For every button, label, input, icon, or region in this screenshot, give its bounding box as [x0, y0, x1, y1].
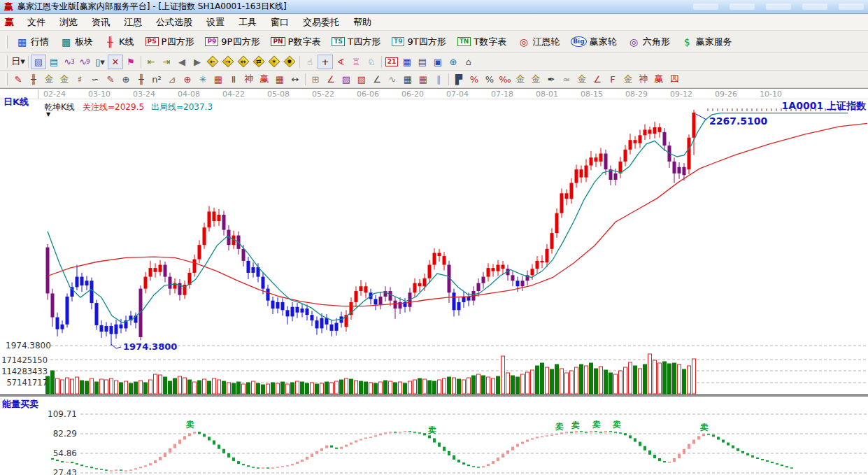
wave-line-icon[interactable]: ∿: [385, 72, 400, 87]
winner-wheel-button[interactable]: Big赢家轮: [565, 33, 622, 51]
qiankun-kline-dropdown[interactable]: 乾坤K线: [44, 102, 75, 112]
permille-icon[interactable]: ‰: [497, 72, 513, 87]
width-arrow-icon[interactable]: ↔: [287, 72, 303, 87]
circle-cross-icon[interactable]: ⊕: [118, 72, 134, 87]
ying-grid-icon[interactable]: 赢: [257, 72, 272, 87]
winner-service-button[interactable]: $赢家服务: [676, 33, 738, 51]
next-bar-button[interactable]: ▶: [190, 55, 205, 69]
t-square-button[interactable]: TST四方形: [326, 33, 386, 51]
menu-工具[interactable]: 工具: [232, 14, 264, 31]
wave-tool-icon[interactable]: ♘: [364, 55, 379, 69]
percent-red-icon[interactable]: %: [467, 72, 482, 87]
shift-left-diamond-button[interactable]: ←: [205, 55, 220, 69]
hand-drag-icon[interactable]: ☝: [302, 55, 318, 69]
chart9-icon[interactable]: ∿9: [77, 55, 92, 69]
si-ray-icon[interactable]: 四: [667, 72, 682, 87]
menu-交易委托[interactable]: 交易委托: [296, 14, 346, 31]
kline-period-label[interactable]: 日K线: [3, 97, 29, 107]
grid-box-icon[interactable]: ▦: [400, 72, 415, 87]
n-squared-icon[interactable]: n²: [149, 72, 164, 87]
gold-grid2-icon[interactable]: 金: [57, 72, 72, 87]
pen-tool-icon[interactable]: ✎: [10, 72, 26, 87]
info-doc-icon[interactable]: ▤: [46, 55, 62, 69]
crosshair-icon[interactable]: +: [318, 55, 333, 69]
chart3-icon[interactable]: ∿3: [62, 55, 77, 69]
spiral-icon[interactable]: ∽: [87, 72, 103, 87]
indicator-name-label[interactable]: 能量买卖: [2, 399, 38, 409]
menu-资讯[interactable]: 资讯: [85, 14, 117, 31]
star-grid-icon[interactable]: ✳: [195, 72, 211, 87]
p-number-table-button[interactable]: PNP数字表: [265, 33, 326, 51]
workstation-icon[interactable]: ⌂: [461, 55, 476, 69]
hexagon-button[interactable]: ◎六角形: [622, 33, 676, 51]
toolbar-grip[interactable]: [6, 73, 8, 85]
chart-canvas[interactable]: 02-2403-1003-2404-0804-2205-0805-2206-06…: [0, 89, 868, 475]
candle-style-button[interactable]: ▯▾: [92, 55, 108, 69]
j-angle-icon[interactable]: ∠: [590, 72, 605, 87]
pattern-x-icon[interactable]: ✕: [108, 55, 123, 69]
swap-diamond-button[interactable]: ⇄: [251, 55, 266, 69]
menu-设置[interactable]: 设置: [199, 14, 232, 31]
kline-button[interactable]: ╫K线: [99, 33, 140, 51]
red-grid-icon[interactable]: ▦: [211, 72, 226, 87]
shen-ray-icon[interactable]: 神: [636, 72, 651, 87]
angle-mirror-icon[interactable]: ⊿: [164, 72, 180, 87]
toolbar-grip[interactable]: [6, 55, 8, 68]
gold-level-icon[interactable]: 金: [528, 72, 543, 87]
gold-grid-icon[interactable]: 金: [41, 72, 57, 87]
frame-tool-icon[interactable]: ⊞: [308, 72, 323, 87]
approx-icon[interactable]: ≈: [559, 72, 574, 87]
market-quotes-button[interactable]: ▦行情: [10, 33, 55, 51]
parallel-lines-icon[interactable]: ∥: [431, 72, 446, 87]
ruler-grid-icon[interactable]: ▦: [272, 72, 287, 87]
gold-angle-icon[interactable]: 金: [574, 72, 590, 87]
grid-box-red-icon[interactable]: ▦: [415, 72, 431, 87]
angle-measure-icon[interactable]: ∢: [333, 55, 348, 69]
last-bar-button[interactable]: ⇥: [159, 55, 174, 69]
gann-wheel-button[interactable]: ◎江恩轮: [512, 33, 565, 51]
grid-lines-icon[interactable]: ╫: [26, 72, 41, 87]
menu-窗口[interactable]: 窗口: [264, 14, 296, 31]
menu-江恩[interactable]: 江恩: [117, 14, 149, 31]
calendar-icon[interactable]: 21: [384, 55, 399, 69]
calculator-icon[interactable]: ▦: [399, 55, 415, 69]
burst-diamond-button[interactable]: ✹: [282, 55, 297, 69]
ink-pen-icon[interactable]: ✒: [543, 72, 559, 87]
ying-ray-icon[interactable]: 赢: [651, 72, 667, 87]
menu-帮助[interactable]: 帮助: [346, 14, 378, 31]
fence-icon[interactable]: ♯: [72, 72, 87, 87]
first-bar-button[interactable]: ⇤: [143, 55, 159, 69]
f-angle-icon[interactable]: F: [605, 72, 620, 87]
star-diamond-button[interactable]: ✶: [266, 55, 282, 69]
trend-angle-icon[interactable]: ∠: [369, 72, 385, 87]
gann-tool-icon[interactable]: ♖: [348, 55, 364, 69]
t9-square-button[interactable]: T99T四方形: [386, 33, 452, 51]
pause-lines-icon[interactable]: Ⅱ: [226, 72, 241, 87]
network-icon[interactable]: ⊕: [446, 55, 461, 69]
gann-circle-icon[interactable]: ⊕: [180, 72, 195, 87]
flag-marker-icon[interactable]: ⚑: [123, 55, 138, 69]
t-number-table-button[interactable]: TNT数字表: [452, 33, 513, 51]
sector-blocks-button[interactable]: ▩板块: [55, 33, 99, 51]
dropdown-caret-icon[interactable]: ▼: [46, 111, 51, 118]
p9-square-button[interactable]: P99P四方形: [199, 33, 265, 51]
toolbar-grip[interactable]: [6, 36, 8, 48]
shen-grid-icon[interactable]: 神: [241, 72, 257, 87]
menu-浏览[interactable]: 浏览: [52, 14, 85, 31]
pen2-tool-icon[interactable]: ✎: [103, 72, 118, 87]
memo-icon[interactable]: ▤: [415, 55, 430, 69]
gold-circle-icon[interactable]: 金: [513, 72, 528, 87]
menu-文件[interactable]: 文件: [20, 14, 52, 31]
save-icon[interactable]: ▣: [430, 55, 446, 69]
gold-ray-icon[interactable]: 金: [620, 72, 636, 87]
shift-right-diamond-button[interactable]: →: [220, 55, 236, 69]
window-pattern-icon[interactable]: ▧: [31, 55, 46, 69]
p-square-button[interactable]: PSP四方形: [140, 33, 200, 51]
comb-icon[interactable]: ╫: [134, 72, 149, 87]
scale-ruler-icon[interactable]: ▛: [451, 72, 467, 87]
fan-lines-icon[interactable]: ∠: [323, 72, 339, 87]
box-pattern-icon[interactable]: ▨: [339, 72, 354, 87]
expand-diamond-button[interactable]: ↔: [236, 55, 251, 69]
prev-bar-button[interactable]: ◀: [174, 55, 190, 69]
box-pattern2-icon[interactable]: ▧: [354, 72, 369, 87]
